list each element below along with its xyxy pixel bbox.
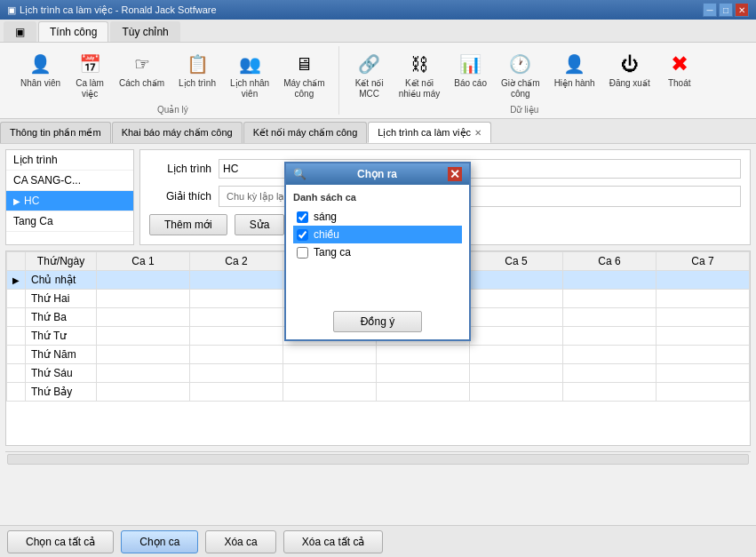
tab-label-khai-bao: Khai báo máy chấm công <box>122 127 233 139</box>
ribbon-tabs: ▣ Tính công Tùy chỉnh <box>0 20 756 43</box>
ribbon-tab-icon[interactable]: ▣ <box>4 21 36 42</box>
chieu-label: chiều <box>314 228 339 241</box>
dialog-close-button[interactable]: ✕ <box>448 167 462 181</box>
bottom-bar: Chọn ca tất cả Chọn ca Xóa ca Xóa ca tất… <box>0 525 756 557</box>
nhan-vien-label: Nhân viên <box>20 78 60 89</box>
lich-nhan-vien-label: Lịch nhânviên <box>230 78 269 99</box>
titlebar-left: ▣ Lịch trình ca làm việc - Ronald Jack S… <box>7 4 217 16</box>
chon-ca-button[interactable]: Chọn ca <box>121 530 198 553</box>
ribbon-item-thoat[interactable]: ✖ Thoát <box>658 46 701 103</box>
ribbon-group-quan-ly: 👤 Nhân viên 📅 Ca làmviệc ☞ Cách chấm 📋 L… <box>7 46 339 115</box>
dialog-title-text: Chọn ra <box>357 168 397 180</box>
may-cham-cong-label: Máy chấmcông <box>283 78 325 99</box>
checkbox-chieu[interactable] <box>297 229 308 241</box>
titlebar-title: Lịch trình ca làm việc - Ronald Jack Sot… <box>20 4 217 16</box>
power-icon: ⏻ <box>616 50 644 78</box>
sang-label: sáng <box>314 211 337 223</box>
ribbon-items-du-lieu: 🔗 Kết nốiMCC ⛓ Kết nốinhiều máy 📊 Báo cá… <box>348 46 701 103</box>
cach-cham-label: Cách chấm <box>119 78 164 89</box>
dialog-title-bar: 🔍 Chọn ra ✕ <box>286 163 469 185</box>
dialog-body: Danh sách ca sáng chiều Tang ca <box>286 185 469 268</box>
clock-icon: 🕐 <box>506 50 535 78</box>
person-icon: 👤 <box>27 50 55 78</box>
dang-xuat-label: Đăng xuất <box>609 78 650 89</box>
tab-ket-noi-may-cham-cong[interactable]: Kết nối máy chấm công <box>243 122 368 143</box>
calendar-icon: 📅 <box>76 50 104 78</box>
titlebar-controls: ─ □ ✕ <box>703 3 749 17</box>
minimize-button[interactable]: ─ <box>703 3 717 17</box>
ribbon-item-ket-noi-nhieu-may[interactable]: ⛓ Kết nốinhiều máy <box>393 46 447 103</box>
tab-label-lich-trinh: Lịch trình ca làm việc <box>378 127 471 139</box>
thoat-label: Thoát <box>668 78 691 89</box>
dialog-item-sang[interactable]: sáng <box>293 208 462 226</box>
ribbon: ▣ Tính công Tùy chỉnh 👤 Nhân viên 📅 Ca l… <box>0 20 756 119</box>
hien-hanh-label: Hiện hành <box>554 78 595 89</box>
dialog-overlay: 🔍 Chọn ra ✕ Danh sách ca sáng chiều <box>0 144 756 525</box>
lich-trinh-label: Lịch trình <box>179 78 216 89</box>
checkbox-tang-ca[interactable] <box>297 247 308 259</box>
chain-icon: ⛓ <box>405 50 434 78</box>
dialog-item-chieu[interactable]: chiều <box>293 226 462 243</box>
ribbon-item-bao-cao[interactable]: 📊 Báo cáo <box>448 46 493 103</box>
user-icon: 👤 <box>561 50 589 78</box>
dong-y-button[interactable]: Đồng ý <box>333 311 422 332</box>
quan-ly-group-label: Quản lý <box>157 105 188 115</box>
tab-khai-bao-may-cham-cong[interactable]: Khai báo máy chấm công <box>112 122 243 143</box>
dialog-search-icon: 🔍 <box>293 168 306 180</box>
dialog-item-tang-ca[interactable]: Tang ca <box>293 243 462 261</box>
xoa-ca-button[interactable]: Xóa ca <box>205 530 275 553</box>
app-window: ▣ Lịch trình ca làm việc - Ronald Jack S… <box>0 0 756 557</box>
tab-close-icon[interactable]: ✕ <box>474 128 481 138</box>
schedule-icon: 📋 <box>183 50 211 78</box>
checkbox-sang[interactable] <box>297 211 308 223</box>
chart-icon: 📊 <box>457 50 485 78</box>
ribbon-item-lich-nhan-vien[interactable]: 👥 Lịch nhânviên <box>224 46 275 103</box>
tang-ca-label: Tang ca <box>314 246 351 259</box>
link-icon: 🔗 <box>355 50 384 78</box>
exit-icon: ✖ <box>665 50 694 78</box>
finger-icon: ☞ <box>128 50 156 78</box>
xoa-ca-tat-ca-button[interactable]: Xóa ca tất cả <box>283 530 384 553</box>
ribbon-group-du-lieu: 🔗 Kết nốiMCC ⛓ Kết nốinhiều máy 📊 Báo cá… <box>341 46 708 115</box>
persons-icon: 👥 <box>235 50 264 78</box>
ribbon-item-cach-cham[interactable]: ☞ Cách chấm <box>113 46 171 103</box>
ribbon-item-dang-xuat[interactable]: ⏻ Đăng xuất <box>603 46 657 103</box>
tab-label-thong-tin: Thông tin phần mềm <box>10 127 101 139</box>
device-icon: 🖥 <box>290 50 318 78</box>
dialog-section-label: Danh sách ca <box>293 192 462 203</box>
ribbon-tab-tuy-chinh[interactable]: Tùy chỉnh <box>110 21 179 42</box>
nav-tabs: Thông tin phần mềm Khai báo máy chấm côn… <box>0 119 756 144</box>
chon-ra-dialog: 🔍 Chọn ra ✕ Danh sách ca sáng chiều <box>284 162 471 341</box>
ket-noi-nhieu-may-label: Kết nốinhiều máy <box>399 78 441 99</box>
ca-lam-viec-label: Ca làmviệc <box>76 78 104 99</box>
ket-noi-mcc-label: Kết nốiMCC <box>355 78 384 99</box>
ribbon-item-may-cham-cong[interactable]: 🖥 Máy chấmcông <box>277 46 331 103</box>
titlebar: ▣ Lịch trình ca làm việc - Ronald Jack S… <box>0 0 756 20</box>
close-button[interactable]: ✕ <box>735 3 749 17</box>
tab-label-ket-noi: Kết nối máy chấm công <box>253 127 358 139</box>
ribbon-item-nhan-vien[interactable]: 👤 Nhân viên <box>14 46 67 103</box>
gio-cham-cong-label: Giờ chấmcông <box>501 78 540 99</box>
tab-lich-trinh-ca-lam-viec[interactable]: Lịch trình ca làm việc ✕ <box>368 122 491 143</box>
du-lieu-group-label: Dữ liệu <box>510 105 538 115</box>
content-area: Lịch trình CA SANG-C... ▶ HC Tang Ca Lịc… <box>0 144 756 525</box>
ribbon-item-lich-trinh[interactable]: 📋 Lịch trình <box>172 46 222 103</box>
ribbon-content: 👤 Nhân viên 📅 Ca làmviệc ☞ Cách chấm 📋 L… <box>0 43 756 118</box>
ribbon-item-ca-lam-viec[interactable]: 📅 Ca làmviệc <box>68 46 111 103</box>
bao-cao-label: Báo cáo <box>454 78 487 89</box>
ribbon-item-gio-cham-cong[interactable]: 🕐 Giờ chấmcông <box>495 46 546 103</box>
maximize-button[interactable]: □ <box>719 3 733 17</box>
dialog-footer: Đồng ý <box>286 304 469 339</box>
chon-ca-tat-ca-button[interactable]: Chọn ca tất cả <box>7 530 114 553</box>
app-icon: ▣ <box>7 4 16 16</box>
ribbon-tab-tinh-cong[interactable]: Tính công <box>38 21 108 42</box>
ribbon-item-hien-hanh[interactable]: 👤 Hiện hành <box>548 46 601 103</box>
ribbon-item-ket-noi-mcc[interactable]: 🔗 Kết nốiMCC <box>348 46 391 103</box>
tab-thong-tin-phan-mem[interactable]: Thông tin phần mềm <box>0 122 111 143</box>
ribbon-items-quan-ly: 👤 Nhân viên 📅 Ca làmviệc ☞ Cách chấm 📋 L… <box>14 46 331 103</box>
